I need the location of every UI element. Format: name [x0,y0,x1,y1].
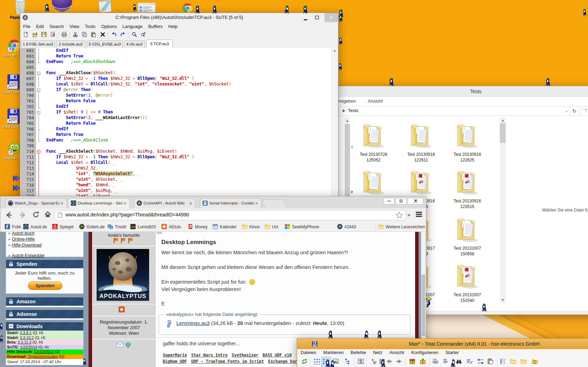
tab-close-icon[interactable]: ✕ [254,201,259,206]
browser-close-button[interactable] [408,198,423,205]
url-text[interactable]: www.autoit.de/index.php?page=Thread&thre… [65,212,189,217]
fold-marker[interactable] [36,126,41,132]
bookmark-autoitde[interactable]: Autoit.de [23,224,47,231]
scite-menu-language[interactable]: Language [120,22,146,29]
scite-code-editor[interactable]: 692 EndIf693 Return True694EndFunc ;==>_… [21,48,331,198]
address-dropdown-icon[interactable]: ⌄ [565,109,568,113]
collapse-minus-icon[interactable] [9,324,13,328]
fold-marker[interactable] [36,143,41,149]
bookmark-spiegel[interactable]: SPONSpiegel [52,224,74,231]
download-link[interactable]: 1/22/2014 [20,345,37,349]
signature-link[interactable]: BASS UDF v10 [262,353,292,358]
tc-tool-pack[interactable] [409,358,415,365]
fold-marker[interactable] [36,70,41,76]
tc-titlebar[interactable]: Max^ - Total Commander (x64) 8.01 - hse-… [297,339,588,349]
fold-marker[interactable] [36,132,41,138]
tc-menu-dateien[interactable]: Dateien [297,349,320,355]
browser-tab-2[interactable]: Desktop Lemmings - Skrip✕ [68,198,130,208]
fold-marker[interactable] [36,154,41,160]
fold-marker[interactable] [36,115,41,121]
bookmark-uni[interactable]: Uni [265,224,278,231]
desktop-icon-bluearrows[interactable] [13,173,20,194]
bookmark-golemde[interactable]: Golem.de [79,224,105,231]
tc-tool-notepad[interactable] [499,358,506,365]
scite-menu-edit[interactable]: Edit [33,22,47,29]
download-link[interactable]: OrganizeIncludes [28,354,58,359]
sidebar-link[interactable]: »Hilfe-Download [6,242,83,248]
fold-marker[interactable] [36,171,41,177]
tc-menu-konfigurieren[interactable]: Konfigurieren [408,349,442,355]
scite-tool-redo[interactable] [120,32,127,38]
menu-hamburger-icon[interactable] [415,211,422,217]
omnibox[interactable]: www.autoit.de/index.php?page=Thread&thre… [55,210,406,220]
more-bookmarks[interactable]: Weitere Lesezeichen [378,224,425,231]
tab-close-icon[interactable]: ✕ [122,201,127,206]
tc-tool-folder-refresh[interactable] [532,358,538,365]
scite-tool-find[interactable] [132,32,138,38]
fold-marker[interactable] [36,82,41,87]
fold-marker[interactable] [36,121,41,126]
downloads-header[interactable]: Downloads [6,322,83,331]
bookmark-kalender[interactable]: Kalender [212,224,237,231]
tc-menu-starter[interactable]: Starter [442,349,462,355]
tc-tool-compare[interactable] [358,358,364,365]
download-link[interactable]: 12/23/2013 [34,349,53,354]
tc-menu-ansicht[interactable]: Ansicht [386,349,408,355]
fold-marker[interactable] [36,98,41,104]
refresh-button[interactable]: ↻ [570,106,579,116]
scite-tab-2[interactable]: 2 include.au3 [56,41,85,48]
scite-tab-5[interactable]: 5 TCP.au3 [146,40,173,48]
fold-marker[interactable] [36,104,41,110]
avatar[interactable]: APOKALYPTUS [97,249,149,301]
signature-link[interactable]: SuperMario [163,353,187,358]
fold-marker[interactable] [36,110,41,115]
tc-menu-markieren[interactable]: Markieren [320,349,347,355]
file-item[interactable]: Test 20131007 150658 [443,215,491,257]
browser-minimize-button[interactable] [384,198,394,205]
tc-tool-unpack[interactable] [420,358,426,365]
address-bar[interactable]: ▶ Tests ⌄ [338,106,570,116]
ribbon-tab-ansicht[interactable]: Ansicht [368,98,383,104]
search-box[interactable]: “T [581,106,588,116]
file-item[interactable]: Test 20130916 122611 [397,121,445,163]
fold-marker[interactable] [36,138,41,143]
breadcrumb[interactable]: Tests [348,108,358,113]
fold-marker[interactable] [36,59,41,65]
tc-tool-back[interactable] [386,358,392,365]
browser-tab-1[interactable]: Watch_Dogs - Special Edit✕ [5,198,67,208]
desktop-icon-chrome[interactable] [179,3,196,13]
browser-tab-4[interactable]: Serial Interrupts - Cookbo✕ [200,198,261,208]
download-link[interactable]: 3.3.8.1 [20,331,32,335]
tc-tool-clipboard[interactable] [487,358,493,365]
scite-tool-print[interactable] [62,32,68,38]
scite-titlebar[interactable]: C:\Program Files (x86)\AutoIt3\Include\T… [20,13,338,22]
bookmark-seekmyphone[interactable]: SeekMyPhone [285,224,319,231]
scite-tool-new[interactable] [23,32,29,38]
scite-tool-save[interactable] [41,32,48,38]
signature-link[interactable]: BigNum UDF [163,359,187,364]
scite-close-button[interactable]: ✕ [324,13,338,22]
explorer-titlebar[interactable]: Tests [337,86,588,97]
back-icon[interactable] [5,211,13,219]
fold-marker[interactable] [36,166,41,171]
tc-tool-view-brief[interactable] [314,358,320,365]
scite-tool-replace[interactable] [141,32,147,38]
adsense-header[interactable]: Adsense [6,310,83,318]
spenden-header[interactable]: Spenden [6,260,83,268]
desktop-icon-eclipse[interactable] [52,0,72,13]
tc-tool-ftp-url[interactable]: URL [442,358,449,365]
tc-menu-befehle[interactable]: Befehle [347,349,370,355]
overflow-chevrons-icon[interactable]: » [407,212,410,217]
bookmark-fcbk[interactable]: Fcbk [5,224,21,231]
scite-tool-paste[interactable] [91,32,97,38]
bookmark-trnsltr[interactable]: 文ATrnsltr [107,224,127,231]
bookmark-money[interactable]: Money [188,224,208,231]
fold-marker[interactable] [36,65,41,70]
tc-tool-view-tree[interactable] [345,358,351,365]
bookmark-2443[interactable]: #2443 [337,224,356,231]
desktop-icon-notepad[interactable] [97,0,113,12]
tc-tool-ftp-connect[interactable]: FTP [432,358,439,365]
signature-link[interactable]: Exchange Var [268,359,297,364]
scite-menu-buffers[interactable]: Buffers [146,22,166,29]
scite-tab-4[interactable]: 4 cfx.au3 [124,41,145,48]
